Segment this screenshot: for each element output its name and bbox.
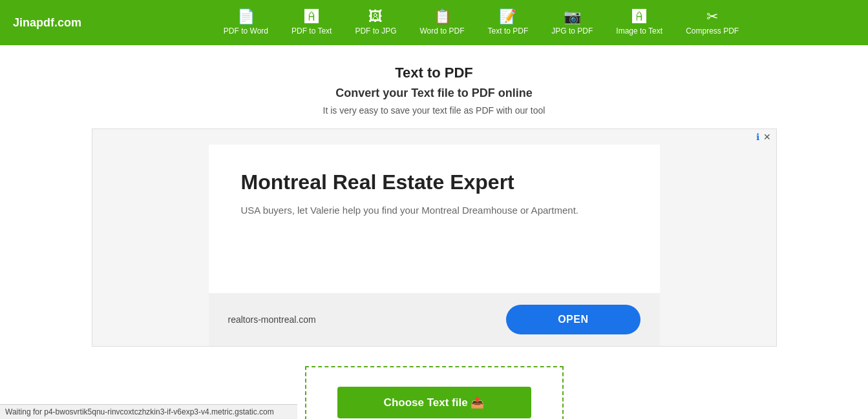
page-subtitle: Convert your Text file to PDF online <box>13 87 855 100</box>
navbar: Jinapdf.com 📄 PDF to Word 🅰 PDF to Text … <box>0 0 868 45</box>
upload-section: Choose Text file 📤 <box>305 366 564 419</box>
page-title: Text to PDF <box>13 65 855 81</box>
nav-jpg-to-pdf-label: JPG to PDF <box>551 26 593 36</box>
ad-headline: Montreal Real Estate Expert <box>241 170 628 194</box>
jpg-to-pdf-icon: 📷 <box>564 10 581 24</box>
upload-dropzone[interactable]: Choose Text file 📤 <box>305 366 564 419</box>
nav-items: 📄 PDF to Word 🅰 PDF to Text 🖼 PDF to JPG… <box>107 5 855 41</box>
nav-image-to-text[interactable]: 🅰 Image to Text <box>604 5 674 41</box>
nav-pdf-to-text-label: PDF to Text <box>291 26 332 36</box>
nav-word-to-pdf-label: Word to PDF <box>419 26 464 36</box>
choose-file-button[interactable]: Choose Text file 📤 <box>337 387 531 418</box>
ad-inner: Montreal Real Estate Expert USA buyers, … <box>209 145 660 293</box>
ad-text: USA buyers, let Valerie help you find yo… <box>241 205 628 216</box>
main-content: Text to PDF Convert your Text file to PD… <box>0 45 868 419</box>
nav-word-to-pdf[interactable]: 📋 Word to PDF <box>408 5 476 41</box>
nav-compress-pdf-label: Compress PDF <box>686 26 739 36</box>
ad-close-bar: ℹ ✕ <box>92 129 776 145</box>
site-logo: Jinapdf.com <box>13 16 81 30</box>
nav-pdf-to-word[interactable]: 📄 PDF to Word <box>212 5 280 41</box>
ad-footer: realtors-montreal.com OPEN <box>209 293 660 346</box>
compress-pdf-icon: ✂ <box>706 10 718 24</box>
page-description: It is very easy to save your text file a… <box>13 105 855 116</box>
nav-pdf-to-jpg-label: PDF to JPG <box>355 26 396 36</box>
status-bar: Waiting for p4-bwosvrtik5qnu-rinvcoxtczh… <box>0 404 297 419</box>
nav-pdf-to-word-label: PDF to Word <box>224 26 268 36</box>
word-to-pdf-icon: 📋 <box>434 10 451 24</box>
nav-compress-pdf[interactable]: ✂ Compress PDF <box>674 5 750 41</box>
nav-jpg-to-pdf[interactable]: 📷 JPG to PDF <box>540 5 604 41</box>
nav-text-to-pdf-label: Text to PDF <box>488 26 529 36</box>
image-to-text-icon: 🅰 <box>632 10 646 24</box>
pdf-to-text-icon: 🅰 <box>304 10 319 24</box>
pdf-to-jpg-icon: 🖼 <box>368 10 383 24</box>
ad-info-icon: ℹ <box>756 132 759 142</box>
nav-pdf-to-jpg[interactable]: 🖼 PDF to JPG <box>343 5 408 41</box>
text-to-pdf-icon: 📝 <box>499 10 516 24</box>
nav-image-to-text-label: Image to Text <box>616 26 662 36</box>
nav-pdf-to-text[interactable]: 🅰 PDF to Text <box>280 5 343 41</box>
ad-domain: realtors-montreal.com <box>228 314 316 325</box>
nav-text-to-pdf[interactable]: 📝 Text to PDF <box>476 5 540 41</box>
ad-close-icon[interactable]: ✕ <box>763 132 771 142</box>
pdf-to-word-icon: 📄 <box>237 10 255 24</box>
ad-banner: ℹ ✕ Montreal Real Estate Expert USA buye… <box>92 128 777 347</box>
ad-open-button[interactable]: OPEN <box>506 305 640 334</box>
